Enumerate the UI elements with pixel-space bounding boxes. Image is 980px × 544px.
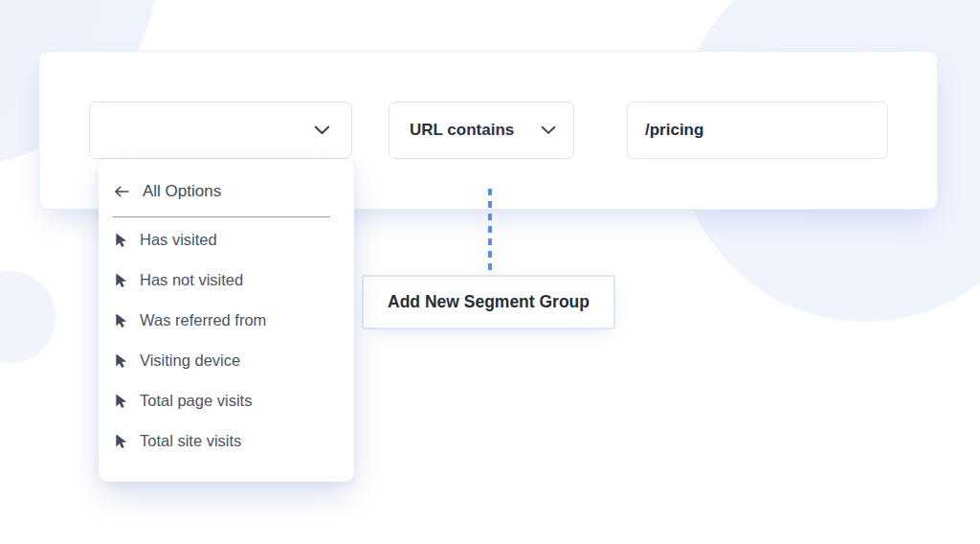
menu-item-label: Total site visits [140,432,241,450]
add-segment-group-button[interactable]: Add New Segment Group [362,275,615,329]
add-segment-group-label: Add New Segment Group [388,292,590,312]
operator-select-value: URL contains [410,121,514,140]
menu-item-label: Has not visited [140,271,243,289]
menu-item-label: Visiting device [140,351,240,370]
menu-item-visiting-device[interactable]: Visiting device [113,349,240,372]
chevron-down-icon [541,125,556,135]
menu-item-has-not-visited[interactable]: Has not visited [113,268,243,291]
menu-divider [113,216,330,217]
chevron-down-icon [314,125,330,136]
menu-item-total-page-visits[interactable]: Total page visits [113,389,252,412]
cursor-icon [113,433,127,449]
cursor-icon [113,393,127,409]
menu-back-label: All Options [143,182,221,201]
menu-item-label: Total page visits [140,392,252,410]
cursor-icon [113,272,127,288]
menu-item-label: Has visited [140,231,217,249]
cursor-icon [113,232,127,248]
decorative-blob-left [0,271,56,363]
cursor-icon [113,352,127,369]
menu-item-was-referred-from[interactable]: Was referred from [113,308,266,331]
condition-value-input[interactable] [627,102,888,159]
menu-item-has-visited[interactable]: Has visited [113,228,217,251]
cursor-icon [113,312,127,329]
arrow-left-icon [113,185,130,198]
menu-item-label: Was referred from [140,311,266,329]
menu-item-total-site-visits[interactable]: Total site visits [113,429,241,452]
menu-back-all-options[interactable]: All Options [113,180,221,203]
condition-options-menu: All Options Has visited Has not visited … [99,159,354,482]
segment-builder-screen: URL contains Add New Segment Group All O… [0,0,980,544]
segment-connector-line [488,189,492,274]
condition-select[interactable] [89,102,352,159]
operator-select[interactable]: URL contains [389,102,574,159]
